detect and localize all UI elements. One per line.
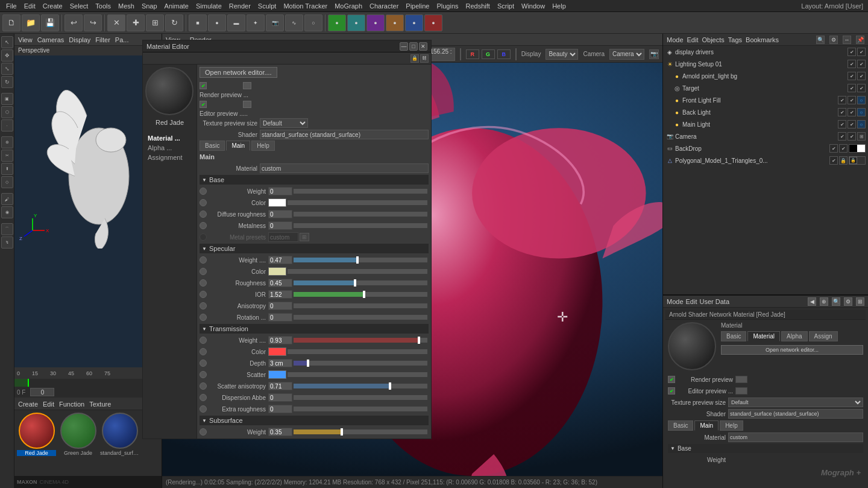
flag-check-7a[interactable]: ✔ (838, 132, 846, 141)
rotation-radio[interactable] (200, 314, 207, 321)
mat-btn-texture[interactable]: Texture (89, 401, 111, 408)
tool-camera[interactable]: 📷 (266, 14, 284, 31)
menu-animate[interactable]: Animate (161, 2, 192, 10)
spec-color-radio[interactable] (200, 268, 207, 275)
menu-motiontracker[interactable]: Motion Tracker (280, 2, 331, 10)
menu-mesh[interactable]: Mesh (115, 2, 138, 10)
tool-orange[interactable]: ● (386, 14, 404, 31)
flag-check-5a[interactable]: ✔ (838, 108, 846, 116)
flag-check-2a[interactable]: ✔ (848, 72, 856, 80)
shader-inner-main[interactable]: Main (694, 420, 719, 431)
obj-pin-icon[interactable]: 📌 (856, 36, 864, 44)
obj-tab-edit[interactable]: Edit (687, 36, 699, 43)
anisotropy-input[interactable] (268, 302, 292, 310)
flag-circle-5[interactable]: ○ (857, 108, 866, 116)
tab-main[interactable]: Main (226, 141, 250, 151)
shader-tab-alpha[interactable]: Alpha (781, 331, 808, 341)
flag-check-8b[interactable]: ✔ (839, 144, 848, 153)
tool-red[interactable]: ● (424, 14, 442, 31)
left-vp-tab-display[interactable]: Display (69, 36, 90, 43)
shader-inner-help[interactable]: Help (720, 420, 743, 431)
obj-backdrop[interactable]: ▭ BackDrop ✔ ✔ (663, 142, 868, 154)
mat-lock-icon[interactable]: 🔒 (410, 54, 419, 63)
flag-check-6a[interactable]: ✔ (838, 120, 846, 128)
tool-nurbs[interactable]: ○ (304, 14, 322, 31)
flag-check-1a[interactable]: ✔ (848, 60, 856, 68)
scatter-slider[interactable] (288, 372, 427, 377)
sidebar-twist[interactable]: ↯ (1, 236, 13, 249)
menu-window[interactable]: Window (518, 2, 549, 10)
obj-target[interactable]: ◎ Target ✔ ✔ (663, 82, 868, 94)
menu-simulate[interactable]: Simulate (192, 2, 225, 10)
flag-check-0b[interactable]: ✔ (857, 48, 866, 56)
scatter-aniso-radio[interactable] (200, 382, 207, 390)
tab-help[interactable]: Help (251, 141, 275, 151)
tool-new[interactable]: 🗋 (2, 14, 20, 31)
menu-plugins[interactable]: Plugins (433, 2, 462, 10)
display-select[interactable]: Beauty (546, 49, 578, 60)
obj-tab-objects[interactable]: Objects (702, 36, 725, 43)
obj-nav-icon[interactable]: ↔ (843, 36, 851, 44)
backdrop-color-flags[interactable] (849, 144, 866, 153)
obj-polygonal-model[interactable]: △ Polygonal_Model_1_Triangles_0... ✔ 🔒 🔒 (663, 154, 868, 166)
sss-weight-radio[interactable] (200, 428, 207, 436)
flag-check-9a[interactable]: ✔ (829, 156, 838, 165)
editor-preview-check[interactable]: ✔ (200, 101, 207, 108)
menu-file[interactable]: File (2, 2, 20, 10)
ior-radio[interactable] (200, 291, 207, 298)
sidebar-poly[interactable]: ▣ (1, 93, 13, 105)
specular-section-header[interactable]: ▼ Specular (200, 244, 429, 253)
base-color-swatch[interactable] (268, 198, 286, 207)
material-right-panel[interactable]: Open network editor.... ✔ Render preview… (197, 65, 431, 439)
sidebar-bend[interactable]: ⌒ (1, 223, 13, 235)
left-vp-tab-view[interactable]: View (18, 36, 33, 43)
tool-undo[interactable]: ↩ (64, 14, 83, 31)
spec-color-slider[interactable] (288, 269, 427, 274)
obj-front-light[interactable]: ● Front Light Fill ✔ ✔ ○ (663, 94, 868, 106)
menu-tools[interactable]: Tools (92, 2, 115, 10)
sidebar-select[interactable]: ↖ (1, 36, 13, 48)
dispersion-radio[interactable] (200, 394, 207, 401)
screenshot-btn[interactable]: 📷 (649, 49, 659, 59)
sidebar-point[interactable]: · (1, 119, 13, 132)
tool-move[interactable]: ✚ (127, 14, 145, 31)
obj-lighting-setup[interactable]: ☀ Lighting Setup 01 ✔ ✔ (663, 58, 868, 70)
flag-check-3a[interactable]: ✔ (848, 84, 856, 92)
scatter-color-swatch[interactable] (268, 370, 286, 379)
extra-roughness-radio[interactable] (200, 405, 207, 413)
tool-select[interactable]: ✕ (107, 14, 125, 31)
scatter-aniso-slider[interactable] (294, 384, 427, 388)
subsurface-section-header[interactable]: ▼ Subsurface (200, 416, 429, 425)
sidebar-edge[interactable]: ⬡ (1, 106, 13, 118)
menu-render[interactable]: Render (225, 2, 254, 10)
scatter-aniso-input[interactable] (268, 382, 292, 390)
mat-editor-maximize[interactable]: □ (409, 42, 418, 51)
sss-weight-input[interactable] (268, 428, 292, 436)
extra-roughness-slider[interactable] (294, 407, 427, 411)
tool-redo[interactable]: ↪ (84, 14, 102, 31)
flag-check-4b[interactable]: ✔ (848, 96, 856, 104)
shader-tab-assign[interactable]: Assign (809, 331, 838, 341)
base-color-radio[interactable] (200, 199, 207, 206)
material-type-value[interactable]: custom (260, 163, 429, 173)
menu-character[interactable]: Character (366, 2, 402, 10)
menu-help[interactable]: Help (549, 2, 570, 10)
roughness-slider[interactable] (294, 280, 427, 285)
sidebar-sculpt[interactable]: ◉ (1, 206, 13, 218)
shader-edit-label[interactable]: Edit (686, 298, 697, 305)
obj-arnold-light-bg[interactable]: ● Arnold point_light bg ✔ ✔ (663, 70, 868, 82)
sidebar-knife[interactable]: ✂ (1, 150, 13, 162)
shader-user-data-label[interactable]: User Data (700, 298, 730, 305)
shader-nav-back[interactable]: ◀ (808, 297, 816, 306)
tool-save[interactable]: 💾 (41, 14, 59, 31)
ior-input[interactable] (268, 290, 292, 299)
shader-base-header[interactable]: ▼ Base (668, 444, 863, 453)
base-section-header[interactable]: ▼ Base (200, 175, 429, 185)
flag-special-7[interactable]: ⊞ (857, 132, 866, 141)
shader-tab-material[interactable]: Material (747, 331, 780, 341)
flag-lock-9[interactable]: 🔒 (839, 156, 848, 165)
shader-value[interactable]: standard_surface (standard_surface) (260, 130, 429, 139)
base-weight-input[interactable] (268, 187, 292, 195)
obj-main-light[interactable]: ● Main Light ✔ ✔ ○ (663, 118, 868, 130)
mat-nav-assignment[interactable]: Assignment (145, 153, 194, 162)
